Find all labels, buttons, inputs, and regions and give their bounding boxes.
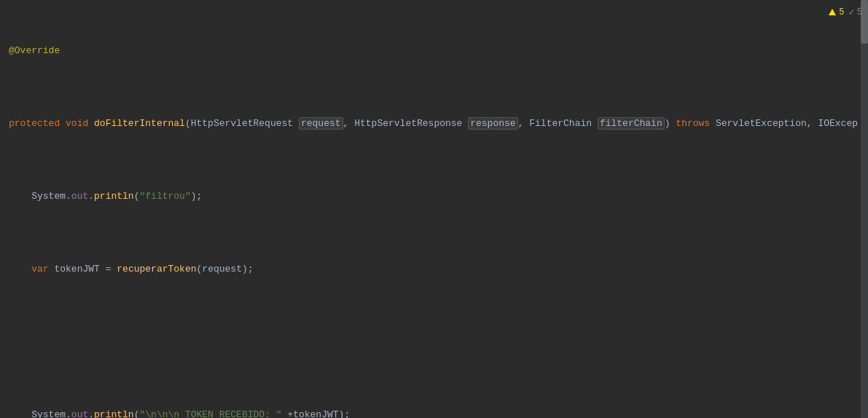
code-content[interactable]: @Override protected void doFilterInterna… xyxy=(0,0,868,418)
code-line-4: var tokenJWT = recuperarToken(request); xyxy=(6,262,862,277)
code-line-6: System.out.println("\n\n\n TOKEN RECEBID… xyxy=(6,408,862,418)
vertical-scrollbar[interactable] xyxy=(861,0,868,418)
code-line-3: System.out.println("filtrou"); xyxy=(6,189,862,204)
ok-badge: ✓ 5 xyxy=(848,6,862,18)
status-badges: 5 ✓ 5 xyxy=(829,6,862,18)
warning-badge: 5 xyxy=(829,7,844,17)
code-line-2: protected void doFilterInternal(HttpServ… xyxy=(6,117,862,131)
code-line-1: @Override xyxy=(6,44,862,58)
code-line-5 xyxy=(6,335,862,350)
warning-count: 5 xyxy=(839,7,844,17)
code-editor: 5 ✓ 5 @Override protected void doFilterI… xyxy=(0,0,868,418)
ok-count: 5 xyxy=(857,7,862,17)
check-icon: ✓ xyxy=(848,6,854,18)
